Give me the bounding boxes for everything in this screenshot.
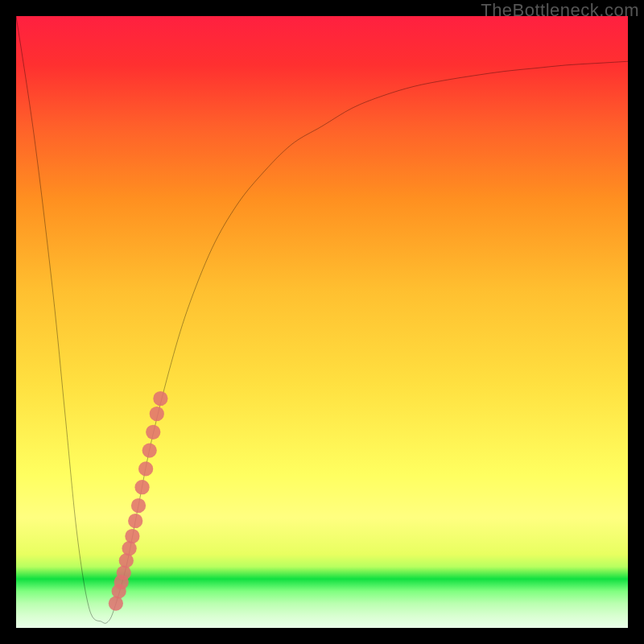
outer-frame: TheBottleneck.com [0,0,644,644]
highlight-dot [122,541,136,555]
highlight-dots-group [109,391,168,611]
plot-area [16,16,628,628]
highlight-dot [150,407,164,421]
highlight-dot [109,596,123,610]
watermark-text: TheBottleneck.com [481,0,639,21]
highlight-dot [128,514,142,528]
highlight-dot [131,498,146,513]
highlight-dot [125,529,139,543]
curve-layer [16,16,628,628]
highlight-dot [134,480,149,494]
highlight-dot [138,461,153,476]
highlight-dot [119,553,134,568]
highlight-dot [142,443,157,457]
highlight-dot [153,391,167,406]
highlight-dot [117,565,131,580]
bottleneck-curve [16,16,628,623]
highlight-dot [146,425,160,440]
